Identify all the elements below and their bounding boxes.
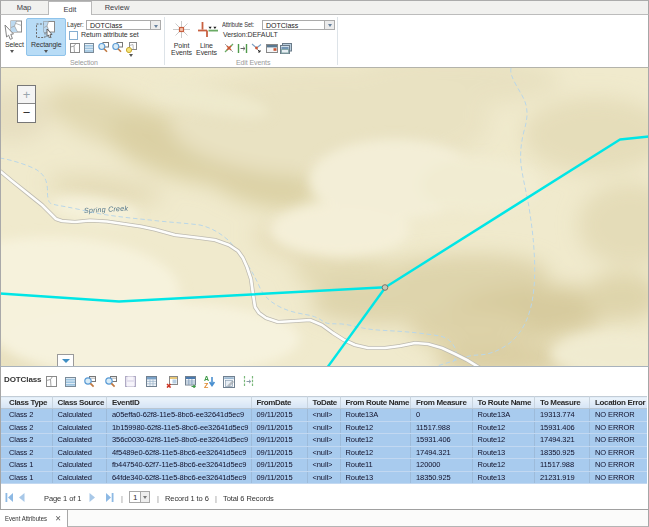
svg-text:Z: Z xyxy=(204,382,209,389)
